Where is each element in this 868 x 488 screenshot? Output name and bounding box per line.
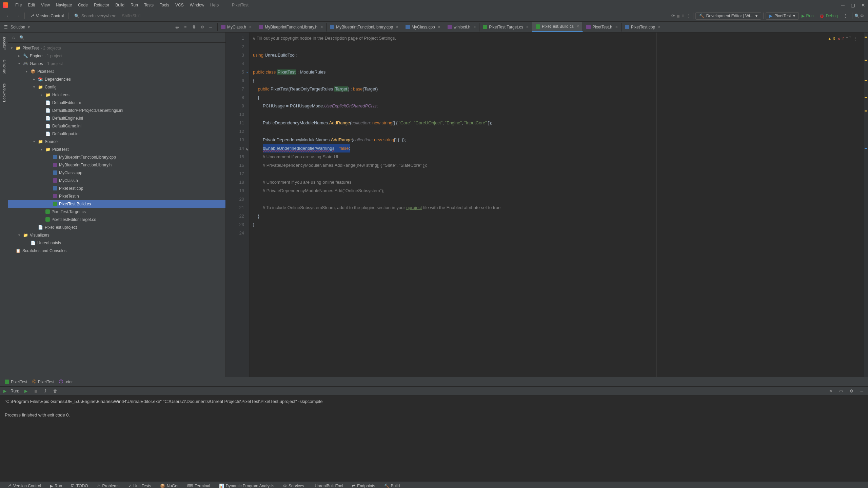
tree-Scratches and Consoles[interactable]: 📋Scratches and Consoles <box>8 247 225 255</box>
menu-tests[interactable]: Tests <box>141 1 157 9</box>
menu-code[interactable]: Code <box>75 1 91 9</box>
home-icon[interactable]: ⌂ <box>11 35 16 40</box>
tree-Dependencies[interactable]: ▸📚Dependencies <box>8 75 225 83</box>
collapse-icon[interactable]: ─ <box>208 24 213 29</box>
config-dropdown[interactable]: 🔨 Development Editor | Wi... ▾ <box>695 12 761 20</box>
menu-build[interactable]: Build <box>112 1 127 9</box>
tree-DefaultEngine.ini[interactable]: 📄DefaultEngine.ini <box>8 114 225 122</box>
run-output[interactable]: "C:\Program Files\Epic Games\UE_5.0\Engi… <box>0 395 868 481</box>
tree-PixetTest.uproject[interactable]: 📄PixetTest.uproject <box>8 223 225 231</box>
close-tab-icon[interactable]: × <box>473 25 476 29</box>
menu-window[interactable]: Window <box>187 1 208 9</box>
tree-PixetTest.Target.cs[interactable]: PixetTest.Target.cs <box>8 208 225 216</box>
bottomtab-unrealbuildtool[interactable]: UnrealBuildTool <box>310 483 347 488</box>
close-tab-icon[interactable]: × <box>658 25 660 29</box>
menu-tools[interactable]: Tools <box>157 1 172 9</box>
minimize-icon[interactable]: ─ <box>841 2 845 8</box>
search-icon[interactable]: 🔍 <box>854 13 860 18</box>
sidetab-structure[interactable]: Structure <box>1 57 7 77</box>
menu-navigate[interactable]: Navigate <box>53 1 75 9</box>
tab-PixetTest.h[interactable]: PixetTest.h× <box>583 23 622 32</box>
tree-DefaultGame.ini[interactable]: 📄DefaultGame.ini <box>8 122 225 130</box>
filter-icon[interactable]: ≡ <box>183 24 188 29</box>
breadcrumb-PixetTest[interactable]: ⒸPixetTest <box>32 379 55 385</box>
stop-icon[interactable]: ◼ <box>33 388 39 394</box>
debug-button[interactable]: 🐞 Debug <box>816 12 841 20</box>
maximize-icon[interactable]: ▢ <box>851 2 855 8</box>
tab-MyBlueprintFunctionLibrary.h[interactable]: MyBlueprintFunctionLibrary.h× <box>255 23 327 32</box>
inspection-summary[interactable]: ▲ 3 ⨯ 2 ˄ ˅ ⋮ <box>828 35 857 43</box>
sort-icon[interactable]: ⇅ <box>191 24 196 29</box>
tree-Games[interactable]: ▾🎮Games· 1 project <box>8 60 225 67</box>
trash-icon[interactable]: 🗑 <box>52 388 59 394</box>
search-icon[interactable]: 🔍 <box>19 35 24 40</box>
settings-icon[interactable]: ⚙ <box>860 13 865 18</box>
tree-MyBlueprintFunctionLibrary.h[interactable]: MyBlueprintFunctionLibrary.h <box>8 161 225 169</box>
marks-strip[interactable] <box>863 33 868 377</box>
bottomtab-services[interactable]: ⚙Services <box>280 483 308 488</box>
tree-MyClass.cpp[interactable]: MyClass.cpp <box>8 169 225 177</box>
tab-MyClass.cpp[interactable]: MyClass.cpp× <box>402 23 444 32</box>
code-editor[interactable]: 12345⌃67891011121314✎1516171819202122232… <box>226 33 868 377</box>
tree-Source[interactable]: ▾📁Source <box>8 138 225 145</box>
close-panel-icon[interactable]: ✕ <box>828 388 834 394</box>
close-icon[interactable]: ✕ <box>861 2 865 8</box>
tab-MyClass.h[interactable]: MyClass.h× <box>218 23 255 32</box>
tab-PixetTest.cpp[interactable]: PixetTest.cpp× <box>622 23 664 32</box>
tab-PixetTest.Build.cs[interactable]: PixetTest.Build.cs× <box>532 22 583 32</box>
bottomtab-build[interactable]: 🔨Build <box>381 483 403 488</box>
run-target-dropdown[interactable]: ▶ PixetTest ▾ <box>766 12 799 20</box>
bottomtab-terminal[interactable]: ⌨Terminal <box>184 483 213 488</box>
layout-icon[interactable]: ▭ <box>838 388 844 394</box>
close-tab-icon[interactable]: × <box>615 25 618 29</box>
bottomtab-unit-tests[interactable]: ✓Unit Tests <box>125 483 154 488</box>
tree-PixetTest.cpp[interactable]: PixetTest.cpp <box>8 184 225 192</box>
panel-gear-icon[interactable]: ⚙ <box>848 388 855 394</box>
bottomtab-endpoints[interactable]: ⇄Endpoints <box>349 483 378 488</box>
tree-MyClass.h[interactable]: MyClass.h <box>8 177 225 184</box>
tree-DefaultEditorPerProjectUserSettings.ini[interactable]: 📄DefaultEditorPerProjectUserSettings.ini <box>8 106 225 114</box>
tree-Visualizers[interactable]: ▾📁Visualizers <box>8 231 225 239</box>
close-tab-icon[interactable]: × <box>320 25 323 29</box>
menu-edit[interactable]: Edit <box>25 1 38 9</box>
tree-PixetTest[interactable]: ▾📁PixetTest· 2 projects <box>8 44 225 52</box>
gear-icon[interactable]: ⚙ <box>200 24 205 29</box>
target-icon[interactable]: ◎ <box>174 24 179 29</box>
tree-HoloLens[interactable]: ▸📁HoloLens <box>8 91 225 99</box>
search-everywhere[interactable]: 🔍 Search everywhereShift+Shift <box>71 14 144 18</box>
minimize-panel-icon[interactable]: ─ <box>859 388 865 394</box>
tree-PixetTest.h[interactable]: PixetTest.h <box>8 192 225 200</box>
tree-PixetTest.Build.cs[interactable]: PixetTest.Build.cs <box>8 200 225 208</box>
tree-PixetTest[interactable]: ▾📦PixetTest <box>8 67 225 75</box>
breadcrumb-PixetTest[interactable]: PixetTest <box>5 380 27 384</box>
tab-PixetTest.Target.cs[interactable]: PixetTest.Target.cs× <box>479 23 532 32</box>
sync-icon[interactable]: ⟳ <box>671 13 676 18</box>
tree-MyBlueprintFunctionLibrary.cpp[interactable]: MyBlueprintFunctionLibrary.cpp <box>8 153 225 161</box>
tree-Unreal.natvis[interactable]: 📄Unreal.natvis <box>8 239 225 247</box>
bottomtab-run[interactable]: ▶Run <box>46 483 65 488</box>
solution-dropdown[interactable]: ☰ Solution ▾ ◎ ≡ ⇅ ⚙ ─ <box>0 23 218 31</box>
version-control-button[interactable]: ⎇ Version Control <box>27 12 66 20</box>
close-tab-icon[interactable]: × <box>577 24 579 29</box>
tree-PixetTestEditor.Target.cs[interactable]: PixetTestEditor.Target.cs <box>8 216 225 223</box>
menu-file[interactable]: File <box>12 1 25 9</box>
close-tab-icon[interactable]: × <box>526 25 529 29</box>
menu-run[interactable]: Run <box>127 1 141 9</box>
menu-refactor[interactable]: Refactor <box>91 1 112 9</box>
sidetab-bookmarks[interactable]: Bookmarks <box>1 81 7 104</box>
run-play-icon[interactable]: ▶ <box>3 389 6 393</box>
breadcrumb-.ctor[interactable]: ⓜ.ctor <box>59 379 73 385</box>
tree-DefaultInput.ini[interactable]: 📄DefaultInput.ini <box>8 130 225 138</box>
tree-Config[interactable]: ▾📁Config <box>8 83 225 91</box>
menu-view[interactable]: View <box>38 1 53 9</box>
tree-PixetTest[interactable]: ▾📁PixetTest <box>8 145 225 153</box>
more-run-icon[interactable]: ⋮ <box>841 12 850 20</box>
close-tab-icon[interactable]: × <box>438 25 440 29</box>
bottomtab-nuget[interactable]: 📦NuGet <box>157 483 182 488</box>
bottomtab-problems[interactable]: ⚠Problems <box>94 483 123 488</box>
bottomtab-todo[interactable]: ☑TODO <box>67 483 91 488</box>
tree-DefaultEditor.ini[interactable]: 📄DefaultEditor.ini <box>8 99 225 106</box>
bottomtab-version-control[interactable]: ⎇Version Control <box>3 483 44 488</box>
tab-MyBlueprintFunctionLibrary.cpp[interactable]: MyBlueprintFunctionLibrary.cpp× <box>327 23 402 32</box>
tab-winioctl.h[interactable]: winioctl.h× <box>444 23 479 32</box>
